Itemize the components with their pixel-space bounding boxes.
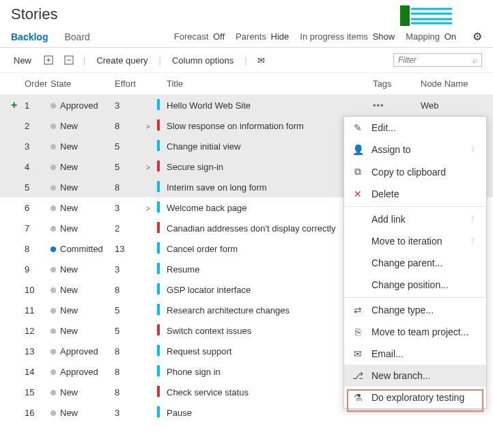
cell-node: Web [421, 100, 482, 111]
cell-effort: 5 [115, 305, 146, 316]
create-query-button[interactable]: Create query [94, 54, 150, 67]
menu-item[interactable]: ⧉Copy to clipboard [344, 160, 486, 183]
menu-item[interactable]: ✎Edit... [344, 117, 486, 139]
cell-title[interactable]: Canadian addresses don't display correct… [163, 223, 373, 234]
cell-title[interactable]: Change initial view [163, 141, 373, 152]
new-button[interactable]: New [11, 54, 34, 67]
search-icon[interactable]: ⌕ [473, 55, 477, 65]
header-chart [400, 5, 452, 26]
type-color-bar [157, 120, 160, 130]
cell-title[interactable]: GSP locator interface [163, 285, 373, 295]
ellipsis-icon[interactable]: ••• [373, 100, 384, 111]
chevron-right-icon[interactable]: > [146, 205, 150, 212]
cell-order: 9 [25, 264, 51, 275]
filter-input[interactable] [398, 55, 473, 65]
cell-title[interactable]: Hello World Web Site [163, 100, 373, 111]
menu-item[interactable]: ⇄Change type... [344, 299, 486, 321]
menu-label: Delete [371, 188, 399, 199]
menu-icon: ⧉ [352, 166, 363, 178]
chevron-right-icon: 〉 [471, 236, 478, 246]
cell-effort: 3 [115, 264, 146, 275]
cell-order: 3 [25, 141, 51, 152]
col-order[interactable]: Order [25, 79, 51, 89]
cell-title[interactable]: Pause [163, 408, 373, 418]
collapse-icon[interactable] [63, 54, 75, 66]
cell-title[interactable]: Secure sign-in [163, 162, 373, 172]
cell-title[interactable]: Interim save on long form [163, 182, 373, 193]
cell-effort: 8 [115, 182, 146, 193]
col-effort[interactable]: Effort [115, 79, 146, 89]
menu-item[interactable]: ⎇New branch... [344, 365, 486, 387]
column-options-button[interactable]: Column options [169, 54, 236, 67]
col-tags[interactable]: Tags [373, 79, 421, 89]
menu-separator [344, 206, 486, 207]
menu-item[interactable]: ⚗Do exploratory testing [344, 387, 486, 408]
cell-state: New [51, 141, 115, 152]
tab-board[interactable]: Board [64, 31, 89, 42]
menu-separator [344, 297, 486, 298]
menu-item[interactable]: ✉Email... [344, 343, 486, 365]
cell-title[interactable]: Welcome back page [163, 203, 373, 213]
opt-forecast[interactable]: Forecast Off [174, 31, 225, 42]
menu-label: Copy to clipboard [371, 167, 446, 178]
cell-title[interactable]: Research architecture changes [163, 305, 373, 316]
menu-icon: ✕ [352, 188, 363, 199]
col-node[interactable]: Node Name [421, 79, 482, 89]
menu-icon: ⎘ [352, 326, 363, 337]
cell-effort: 8 [115, 367, 146, 377]
cell-order: 14 [25, 367, 51, 377]
filter-box[interactable]: ⌕ [393, 53, 482, 67]
cell-state: New [51, 223, 115, 234]
cell-state: New [51, 285, 115, 295]
cell-order: 4 [25, 162, 51, 172]
cell-effort: 8 [115, 387, 146, 397]
gear-icon[interactable]: ⚙ [473, 30, 482, 43]
cell-state: New [51, 121, 115, 131]
chevron-right-icon: 〉 [471, 214, 478, 224]
cell-title[interactable]: Request support [163, 346, 373, 356]
cell-order: 16 [25, 408, 51, 418]
cell-state: New [51, 182, 115, 193]
cell-effort: 5 [115, 326, 146, 336]
menu-label: Change parent... [371, 257, 442, 268]
cell-title[interactable]: Check service status [163, 387, 373, 397]
cell-effort: 5 [115, 141, 146, 152]
menu-item[interactable]: 👤Assign to〉 [344, 139, 486, 160]
cell-effort: 13 [115, 244, 146, 254]
type-color-bar [157, 304, 160, 315]
type-color-bar [157, 140, 160, 151]
cell-title[interactable]: Resume [163, 264, 373, 275]
col-state[interactable]: State [51, 79, 115, 89]
type-color-bar [157, 99, 160, 110]
type-color-bar [157, 222, 160, 233]
chevron-right-icon[interactable]: > [146, 164, 150, 171]
table-row[interactable]: +1Approved3Hello World Web Site•••Web [0, 95, 493, 115]
menu-label: Change position... [371, 279, 449, 290]
cell-title[interactable]: Phone sign in [163, 367, 373, 377]
context-menu: ✎Edit...👤Assign to〉⧉Copy to clipboard✕De… [343, 116, 487, 409]
cell-title[interactable]: Cancel order form [163, 244, 373, 254]
menu-item[interactable]: Change position... [344, 274, 486, 296]
menu-icon: ✎ [352, 122, 363, 133]
chevron-right-icon[interactable]: > [146, 123, 150, 130]
cell-order: 8 [25, 244, 51, 254]
opt-inprogress[interactable]: In progress items Show [300, 31, 395, 42]
tab-backlog[interactable]: Backlog [11, 31, 48, 42]
menu-label: Edit... [371, 122, 396, 133]
cell-title[interactable]: Switch context issues [163, 326, 373, 336]
col-title[interactable]: Title [163, 79, 373, 89]
opt-parents[interactable]: Parents Hide [236, 31, 289, 42]
cell-order: 1 [25, 100, 51, 111]
menu-item[interactable]: Move to iteration〉 [344, 230, 486, 252]
menu-item[interactable]: Add link〉 [344, 208, 486, 230]
cell-title[interactable]: Slow response on information form [163, 121, 373, 131]
opt-mapping[interactable]: Mapping On [406, 31, 456, 42]
cell-order: 10 [25, 285, 51, 295]
menu-item[interactable]: ⎘Move to team project... [344, 321, 486, 343]
menu-item[interactable]: ✕Delete [344, 183, 486, 205]
type-color-bar [157, 201, 160, 212]
menu-item[interactable]: Change parent... [344, 252, 486, 274]
expand-icon[interactable] [42, 54, 55, 66]
add-icon[interactable]: + [11, 99, 17, 111]
email-icon[interactable]: ✉ [255, 54, 268, 66]
